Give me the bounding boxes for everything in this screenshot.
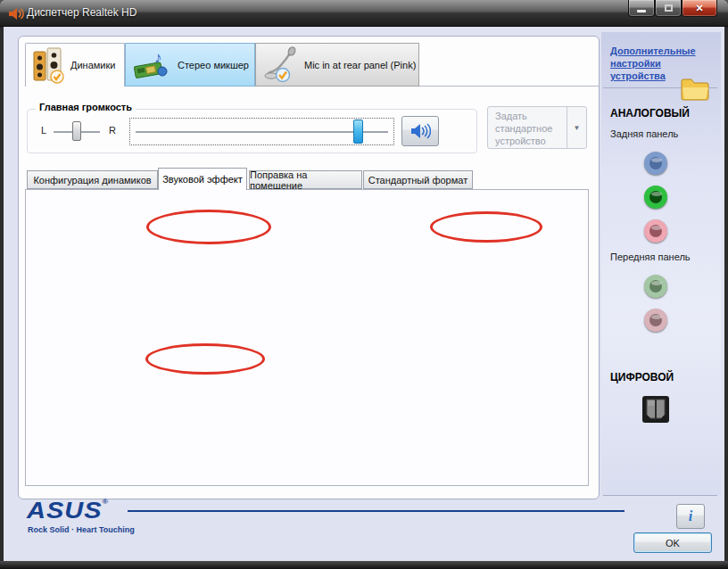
tab-mic-in[interactable]: Mic in at rear panel (Pink) bbox=[255, 43, 419, 87]
tab-stereo-mixer-label: Стерео микшер bbox=[178, 60, 249, 70]
info-button[interactable]: i bbox=[676, 504, 705, 529]
sound-effect-panel bbox=[25, 189, 589, 486]
front-panel-label: Передняя панель bbox=[610, 252, 691, 262]
volume-slider-track[interactable] bbox=[136, 131, 388, 133]
tab-default-format-label: Стандартный формат bbox=[368, 175, 467, 186]
digital-heading: ЦИФРОВОЙ bbox=[610, 371, 674, 383]
info-icon: i bbox=[689, 508, 692, 524]
asus-tagline: Rock Solid · Heart Touching bbox=[28, 525, 135, 534]
connector-settings-folder-icon[interactable] bbox=[680, 77, 710, 102]
rear-jack-green-line-out[interactable] bbox=[644, 186, 667, 209]
maximize-button[interactable] bbox=[655, 0, 682, 17]
set-default-dropdown-arrow[interactable]: ▼ bbox=[567, 107, 586, 148]
close-button[interactable]: ✕ bbox=[682, 0, 717, 17]
balance-slider-thumb[interactable] bbox=[72, 121, 81, 141]
footer-accent-line bbox=[128, 510, 625, 512]
svg-text:♪: ♪ bbox=[154, 49, 162, 66]
master-volume-legend: Главная громкость bbox=[36, 102, 136, 112]
tab-sound-effect-label: Звуковой эффект bbox=[162, 174, 243, 185]
tab-room-correction[interactable]: Поправка на помещение bbox=[249, 170, 362, 189]
rear-jack-blue-line-in[interactable] bbox=[644, 152, 667, 175]
front-jack-green-headphone[interactable] bbox=[644, 275, 667, 298]
tab-speaker-config[interactable]: Конфигурация динамиков bbox=[27, 170, 158, 189]
tab-speakers-label: Динамики bbox=[70, 60, 115, 70]
rear-panel-label: Задняя панель bbox=[610, 128, 678, 139]
speaker-title-icon bbox=[8, 6, 24, 21]
set-default-device-button[interactable]: Задать стандартное устройство ▼ bbox=[487, 106, 587, 149]
asus-logo-text: ASUS bbox=[27, 498, 103, 524]
tab-stereo-mixer[interactable]: ♪ Стерео микшер bbox=[125, 43, 255, 87]
tab-room-correction-label: Поправка на помещение bbox=[250, 169, 361, 191]
microphone-icon bbox=[263, 46, 299, 84]
minimize-button[interactable] bbox=[628, 0, 655, 17]
tab-sound-effect[interactable]: Звуковой эффект bbox=[158, 168, 247, 190]
minimize-icon bbox=[637, 10, 646, 12]
spdif-optical-port-icon[interactable] bbox=[642, 396, 669, 423]
rear-jack-pink-mic-in[interactable] bbox=[644, 219, 667, 243]
sidebar-divider-bottom bbox=[603, 495, 717, 496]
speakers-icon bbox=[33, 46, 65, 84]
registered-mark: ® bbox=[103, 498, 110, 506]
analog-heading: АНАЛОГОВЫЙ bbox=[610, 107, 690, 120]
volume-slider-thumb[interactable] bbox=[353, 120, 363, 144]
tab-speakers[interactable]: Динамики bbox=[25, 43, 125, 87]
realtek-hd-manager-window: Диспетчер Realtek HD ✕ Динамики ♪ bbox=[0, 0, 728, 569]
sidebar: Дополнительные настройки устройства АНАЛ… bbox=[601, 32, 721, 496]
tab-mic-in-label: Mic in at rear panel (Pink) bbox=[304, 60, 416, 70]
ok-label: OK bbox=[666, 538, 680, 548]
ok-button[interactable]: OK bbox=[633, 532, 712, 553]
mute-speaker-button[interactable] bbox=[401, 116, 439, 146]
tab-speaker-config-label: Конфигурация динамиков bbox=[33, 175, 151, 186]
window-frame-bottom bbox=[0, 561, 728, 569]
blue-speaker-icon bbox=[410, 121, 431, 141]
maximize-icon bbox=[665, 4, 673, 12]
sound-card-icon: ♪ bbox=[133, 48, 172, 82]
tab-default-format[interactable]: Стандартный формат bbox=[363, 170, 473, 189]
front-jack-pink-mic[interactable] bbox=[644, 309, 667, 332]
titlebar: Диспетчер Realtek HD ✕ bbox=[0, 0, 728, 27]
asus-logo: ASUS® bbox=[27, 498, 109, 524]
window-title: Диспетчер Realtek HD bbox=[27, 6, 136, 19]
set-default-device-label: Задать стандартное устройство bbox=[495, 110, 559, 147]
balance-right-label: R bbox=[109, 125, 116, 136]
balance-left-label: L bbox=[41, 125, 46, 136]
